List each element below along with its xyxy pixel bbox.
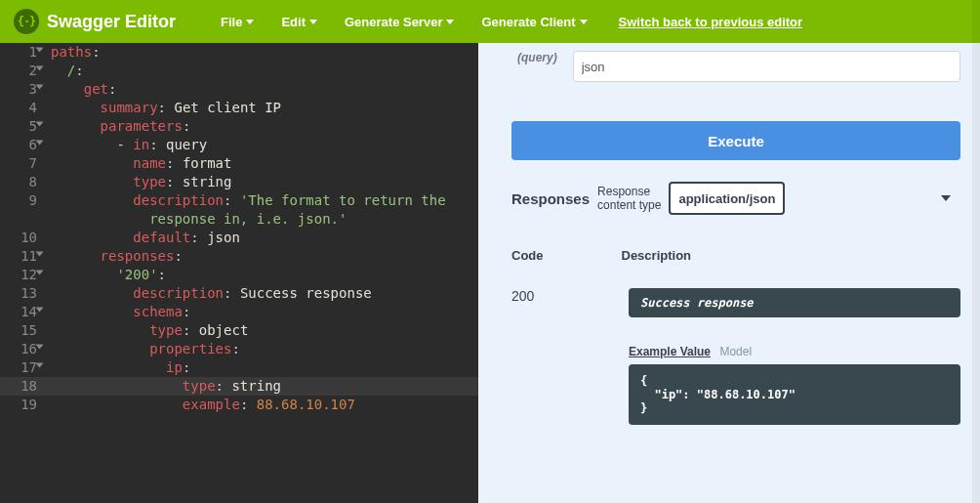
fold-icon[interactable] [36,363,44,368]
menu-file-label: File [221,15,242,29]
menu-edit[interactable]: Edit [281,15,317,29]
swagger-logo-icon: {·} [14,9,39,34]
responses-title: Responses [511,190,590,207]
menu-file[interactable]: File [221,15,254,29]
content-type-select[interactable]: application/json [669,182,785,215]
fold-icon[interactable] [36,271,44,275]
content-type-select-wrap: application/json [669,182,960,215]
code-content: paths: /: get: summary: Get client IP pa… [51,43,478,414]
param-location: (query) [511,51,557,64]
responses-table-header: Code Description [511,248,960,274]
chevron-down-icon [580,20,588,24]
menu-gen-client-label: Generate Client [481,15,575,29]
fold-icon[interactable] [36,345,44,350]
brand: {·} Swagger Editor [14,9,176,34]
brand-text: Swagger Editor [47,12,176,32]
menu-generate-server[interactable]: Generate Server [345,15,454,29]
switch-editor-link[interactable]: Switch back to previous editor [619,15,803,29]
code-editor[interactable]: 12345678910111213141516171819 paths: /: … [0,43,478,503]
content-type-label-line2: content type [597,198,661,212]
response-description-box: Success response [629,288,960,317]
fold-icon[interactable] [36,66,44,71]
example-section: Example Value Model { "ip": "88.68.10.10… [629,345,960,425]
execute-button[interactable]: Execute [511,121,960,160]
scrollbar[interactable] [972,43,980,503]
response-code: 200 [511,288,570,425]
fold-icon[interactable] [36,141,44,146]
parameter-row: (query) [511,51,960,82]
content-type-label-line1: Response [597,185,661,198]
responses-header: Responses Response content type applicat… [511,182,960,215]
col-code: Code [511,248,544,263]
main-split: 12345678910111213141516171819 paths: /: … [0,43,980,503]
chevron-down-icon [446,20,454,24]
fold-icon[interactable] [36,122,44,127]
chevron-down-icon [246,20,254,24]
tab-model[interactable]: Model [719,345,752,358]
menu-gen-server-label: Generate Server [345,15,442,29]
docs-pane: (query) Execute Responses Response conte… [478,43,980,503]
example-tabs: Example Value Model [629,345,960,358]
line-number-gutter: 12345678910111213141516171819 [0,43,43,414]
chevron-down-icon [309,20,317,24]
fold-icon[interactable] [36,48,44,53]
content-type-label: Response content type [597,185,661,212]
col-description: Description [622,248,692,263]
fold-icon[interactable] [36,308,44,313]
response-desc-col: Success response Example Value Model { "… [629,288,960,425]
param-input-wrap [573,51,960,82]
responses-table: Code Description 200 Success response Ex… [511,248,960,425]
menu-generate-client[interactable]: Generate Client [481,15,587,29]
fold-icon[interactable] [36,252,44,257]
param-meta-col: (query) [511,51,557,64]
topbar: {·} Swagger Editor File Edit Generate Se… [0,0,980,43]
tab-example-value[interactable]: Example Value [629,345,711,358]
fold-icon[interactable] [36,85,44,90]
menu-edit-label: Edit [281,15,306,29]
top-menu: File Edit Generate Server Generate Clien… [221,15,588,29]
example-json-box[interactable]: { "ip": "88.68.10.107" } [629,364,960,425]
param-format-input[interactable] [573,51,960,82]
responses-row-200: 200 Success response Example Value Model… [511,288,960,425]
